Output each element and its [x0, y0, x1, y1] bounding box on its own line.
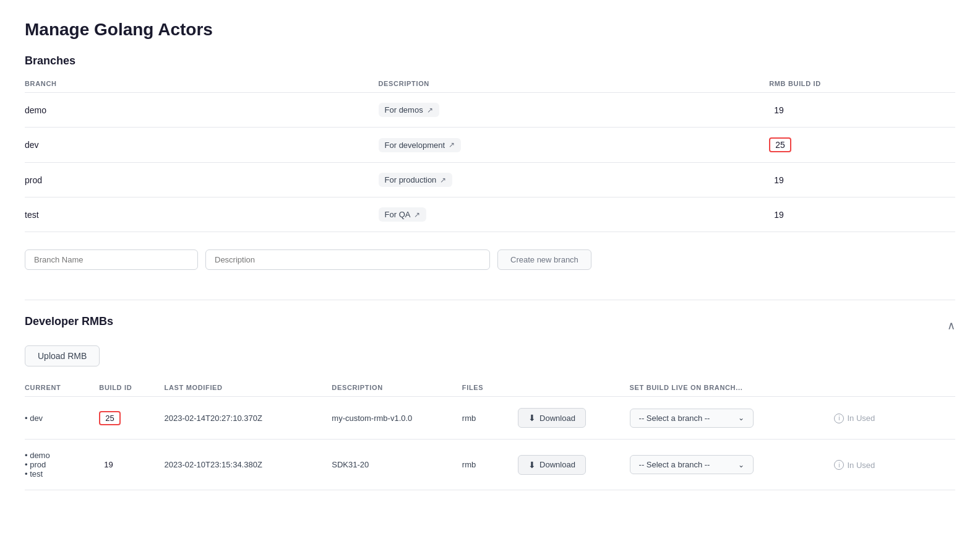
external-link-icon[interactable]: ↗: [449, 141, 455, 149]
rmb-table-row: • dev 25 2023-02-14T20:27:10.370Z my-cus…: [25, 397, 955, 440]
branch-table-row: test For QA ↗ 19: [25, 197, 955, 232]
branch-build-id: 19: [769, 163, 955, 197]
description-pill: For QA ↗: [379, 207, 427, 222]
info-icon: i: [834, 414, 844, 423]
branches-table: BRANCH DESCRIPTION RMB BUILD ID demo For…: [25, 75, 955, 232]
rmb-col-0: CURRENT: [25, 379, 99, 397]
rmb-files: rmb: [462, 397, 518, 440]
chevron-down-icon: ⌄: [738, 461, 744, 469]
build-id-value: 25: [769, 137, 791, 152]
section-divider: [25, 300, 955, 300]
current-branch-item: • prod: [25, 460, 99, 469]
branch-table-row: prod For production ↗ 19: [25, 163, 955, 197]
branch-description-input[interactable]: [205, 249, 490, 270]
rmb-col-6: SET BUILD LIVE ON BRANCH...: [630, 379, 835, 397]
in-used-status: i In Used: [834, 460, 875, 470]
info-icon: i: [834, 460, 844, 470]
rmb-heading: Developer RMBs: [25, 315, 113, 328]
rmb-col-2: LAST MODIFIED: [165, 379, 332, 397]
branch-description: For development ↗: [379, 128, 770, 163]
build-id-value: 19: [769, 209, 789, 221]
chevron-down-icon: ⌄: [738, 414, 744, 422]
branch-build-id: 19: [769, 93, 955, 128]
page-title: Manage Golang Actors: [25, 20, 955, 40]
rmb-section: Developer RMBs ∧ Upload RMB CURRENTBUILD…: [25, 315, 955, 490]
download-icon: ⬇: [528, 460, 536, 470]
rmb-select-branch-cell: -- Select a branch -- ⌄: [630, 440, 835, 490]
download-icon: ⬇: [528, 413, 536, 423]
download-button[interactable]: ⬇ Download: [518, 455, 586, 475]
rmb-files: rmb: [462, 440, 518, 490]
new-branch-row: Create new branch: [25, 242, 955, 275]
branch-name: demo: [25, 93, 379, 128]
build-id-value: 19: [769, 104, 789, 116]
branch-name: dev: [25, 128, 379, 163]
rmb-current: • demo• prod• test: [25, 440, 99, 490]
branch-description: For demos ↗: [379, 93, 770, 128]
branch-name-input[interactable]: [25, 249, 198, 270]
branch-build-id: 19: [769, 197, 955, 232]
rmb-download-cell: ⬇ Download: [518, 397, 629, 440]
rmb-last-modified: 2023-02-14T20:27:10.370Z: [165, 397, 332, 440]
col-description: DESCRIPTION: [379, 75, 770, 93]
rmb-select-branch-cell: -- Select a branch -- ⌄: [630, 397, 835, 440]
branch-description: For production ↗: [379, 163, 770, 197]
rmb-build-id-cell: 25: [99, 397, 164, 440]
current-branch-item: • test: [25, 469, 99, 479]
branch-description: For QA ↗: [379, 197, 770, 232]
branch-name: prod: [25, 163, 379, 197]
col-rmb-build-id: RMB BUILD ID: [769, 75, 955, 93]
rmb-build-id: 25: [99, 411, 120, 425]
rmb-status-cell: i In Used: [834, 397, 955, 440]
branch-build-id: 25: [769, 128, 955, 163]
rmb-build-id: 19: [99, 459, 118, 470]
branch-name: test: [25, 197, 379, 232]
rmb-table-row: • demo• prod• test 19 2023-02-10T23:15:3…: [25, 440, 955, 490]
external-link-icon[interactable]: ↗: [440, 176, 446, 184]
rmb-description: SDK31-20: [332, 440, 462, 490]
description-pill: For demos ↗: [379, 103, 439, 117]
collapse-icon[interactable]: ∧: [947, 319, 955, 332]
in-used-status: i In Used: [834, 414, 875, 423]
external-link-icon[interactable]: ↗: [414, 210, 420, 219]
rmb-table: CURRENTBUILD IDLAST MODIFIEDDESCRIPTIONF…: [25, 379, 955, 490]
rmb-col-7: [834, 379, 955, 397]
rmb-col-3: DESCRIPTION: [332, 379, 462, 397]
rmb-status-cell: i In Used: [834, 440, 955, 490]
download-label: Download: [539, 414, 575, 423]
select-branch-dropdown[interactable]: -- Select a branch -- ⌄: [630, 409, 754, 428]
rmb-upload-row: Upload RMB: [25, 345, 955, 366]
rmb-col-4: FILES: [462, 379, 518, 397]
rmb-current: • dev: [25, 397, 99, 440]
branches-heading: Branches: [25, 54, 955, 67]
create-branch-button[interactable]: Create new branch: [497, 249, 591, 270]
select-branch-label: -- Select a branch --: [639, 414, 710, 423]
rmb-header: Developer RMBs ∧: [25, 315, 955, 336]
branch-table-row: demo For demos ↗ 19: [25, 93, 955, 128]
rmb-col-1: BUILD ID: [99, 379, 164, 397]
description-pill: For production ↗: [379, 173, 453, 187]
build-id-value: 19: [769, 174, 789, 186]
branches-section: Branches BRANCH DESCRIPTION RMB BUILD ID…: [25, 54, 955, 275]
select-branch-label: -- Select a branch --: [639, 460, 710, 469]
current-branch-item: • dev: [25, 414, 43, 423]
current-branch-item: • demo: [25, 451, 99, 460]
rmb-last-modified: 2023-02-10T23:15:34.380Z: [165, 440, 332, 490]
rmb-download-cell: ⬇ Download: [518, 440, 629, 490]
download-button[interactable]: ⬇ Download: [518, 408, 586, 428]
status-label: In Used: [847, 414, 875, 423]
col-branch: BRANCH: [25, 75, 379, 93]
select-branch-dropdown[interactable]: -- Select a branch -- ⌄: [630, 455, 754, 474]
rmb-build-id-cell: 19: [99, 440, 164, 490]
status-label: In Used: [847, 461, 875, 470]
upload-rmb-button[interactable]: Upload RMB: [25, 345, 100, 366]
rmb-description: my-custom-rmb-v1.0.0: [332, 397, 462, 440]
external-link-icon[interactable]: ↗: [427, 106, 433, 115]
download-label: Download: [539, 460, 575, 469]
description-pill: For development ↗: [379, 138, 462, 152]
rmb-col-5: [518, 379, 629, 397]
branch-table-row: dev For development ↗ 25: [25, 128, 955, 163]
